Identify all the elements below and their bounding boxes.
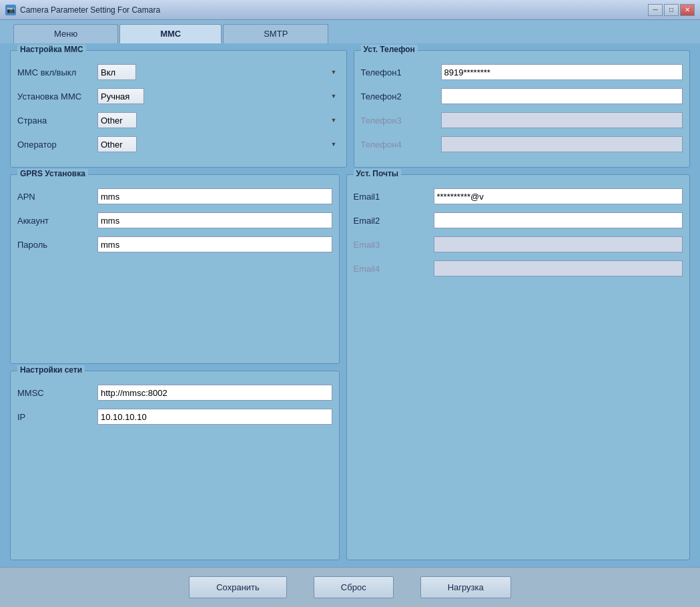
- email-panel-title: Уст. Почты: [354, 169, 402, 178]
- phone2-label: Телефон2: [361, 91, 441, 102]
- close-button[interactable]: ✕: [680, 4, 695, 16]
- mmc-setup-wrapper: Ручная Авто: [97, 88, 340, 104]
- footer: Сохранить Сброс Нагрузка: [0, 567, 700, 607]
- ip-row: IP: [17, 409, 332, 425]
- email1-input[interactable]: [434, 188, 683, 204]
- phone4-input: [441, 136, 683, 152]
- mmc-toggle-select[interactable]: Вкл Выкл: [97, 64, 136, 80]
- mmsc-input[interactable]: [97, 385, 332, 401]
- tab-menu[interactable]: Меню: [13, 24, 118, 43]
- network-panel: Настройки сети MMSC IP: [10, 371, 340, 560]
- country-wrapper: Other: [97, 112, 340, 128]
- load-button[interactable]: Нагрузка: [420, 576, 511, 598]
- app-icon: 📷: [5, 5, 16, 15]
- account-input[interactable]: [97, 212, 332, 228]
- window-title: Camera Parameter Setting For Camara: [20, 5, 648, 15]
- operator-select[interactable]: Other: [97, 136, 137, 152]
- email4-label: Email4: [354, 264, 434, 274]
- mmc-setup-label: Установка ММС: [17, 91, 97, 102]
- email4-row: Email4: [354, 260, 683, 276]
- apn-input[interactable]: [97, 188, 332, 204]
- phone4-label: Телефон4: [361, 140, 441, 150]
- phone4-row: Телефон4: [361, 136, 683, 152]
- email1-label: Email1: [354, 192, 434, 202]
- network-panel-title: Настройки сети: [17, 365, 85, 375]
- ip-label: IP: [17, 412, 97, 422]
- tab-mmc[interactable]: ММС: [119, 24, 222, 43]
- operator-row: Оператор Other: [17, 136, 340, 152]
- password-label: Пароль: [17, 240, 97, 250]
- apn-label: APN: [17, 192, 97, 202]
- account-label: Аккаунт: [17, 216, 97, 226]
- mmc-toggle-label: ММС вкл/выкл: [17, 67, 97, 77]
- email4-input: [434, 260, 683, 276]
- main-window: 📷 Camera Parameter Setting For Camara ─ …: [0, 0, 700, 607]
- save-button[interactable]: Сохранить: [189, 576, 287, 598]
- country-row: Страна Other: [17, 112, 340, 128]
- email1-row: Email1: [354, 188, 683, 204]
- top-panels-row: Настройка ММС ММС вкл/выкл Вкл Выкл Уста…: [10, 50, 690, 168]
- mmc-setup-row: Установка ММС Ручная Авто: [17, 88, 340, 104]
- country-select[interactable]: Other: [97, 112, 137, 128]
- mmc-setup-select[interactable]: Ручная Авто: [97, 88, 144, 104]
- phone-panel-title: Уст. Телефон: [361, 45, 418, 54]
- maximize-button[interactable]: □: [664, 4, 679, 16]
- password-input[interactable]: [97, 236, 332, 252]
- email3-label: Email3: [354, 240, 434, 250]
- phone3-label: Телефон3: [361, 116, 441, 126]
- email2-label: Email2: [354, 216, 434, 226]
- apn-row: APN: [17, 188, 332, 204]
- account-row: Аккаунт: [17, 212, 332, 228]
- titlebar-buttons: ─ □ ✕: [648, 4, 695, 16]
- main-content: Настройка ММС ММС вкл/выкл Вкл Выкл Уста…: [0, 43, 700, 567]
- reset-button[interactable]: Сброс: [314, 576, 394, 598]
- mmc-toggle-row: ММС вкл/выкл Вкл Выкл: [17, 64, 340, 80]
- tabs-bar: Меню ММС SMTP: [0, 20, 700, 43]
- mmc-settings-panel: Настройка ММС ММС вкл/выкл Вкл Выкл Уста…: [10, 50, 347, 168]
- minimize-button[interactable]: ─: [648, 4, 663, 16]
- operator-wrapper: Other: [97, 136, 340, 152]
- phone2-input[interactable]: [441, 88, 683, 104]
- email3-row: Email3: [354, 236, 683, 252]
- email2-input[interactable]: [434, 212, 683, 228]
- phone1-row: Телефон1: [361, 64, 683, 80]
- mmsc-label: MMSC: [17, 388, 97, 398]
- gprs-panel: GPRS Установка APN Аккаунт Пароль: [10, 174, 340, 364]
- phone1-input[interactable]: [441, 64, 683, 80]
- ip-input[interactable]: [97, 409, 332, 425]
- mmc-panel-title: Настройка ММС: [17, 45, 86, 54]
- phone3-input: [441, 112, 683, 128]
- password-row: Пароль: [17, 236, 332, 252]
- phone3-row: Телефон3: [361, 112, 683, 128]
- phone1-label: Телефон1: [361, 67, 441, 77]
- phone-settings-panel: Уст. Телефон Телефон1 Телефон2 Телефон3 …: [354, 50, 691, 168]
- country-label: Страна: [17, 116, 97, 126]
- email2-row: Email2: [354, 212, 683, 228]
- titlebar: 📷 Camera Parameter Setting For Camara ─ …: [0, 0, 700, 20]
- email-panel: Уст. Почты Email1 Email2 Email3 Email4: [346, 174, 691, 560]
- phone2-row: Телефон2: [361, 88, 683, 104]
- bottom-left-col: GPRS Установка APN Аккаунт Пароль: [10, 174, 340, 560]
- bottom-panels-row: GPRS Установка APN Аккаунт Пароль: [10, 174, 690, 560]
- mmc-toggle-wrapper: Вкл Выкл: [97, 64, 340, 80]
- mmsc-row: MMSC: [17, 385, 332, 401]
- email3-input: [434, 236, 683, 252]
- tab-smtp[interactable]: SMTP: [223, 24, 328, 43]
- gprs-panel-title: GPRS Установка: [17, 169, 88, 178]
- operator-label: Оператор: [17, 140, 97, 150]
